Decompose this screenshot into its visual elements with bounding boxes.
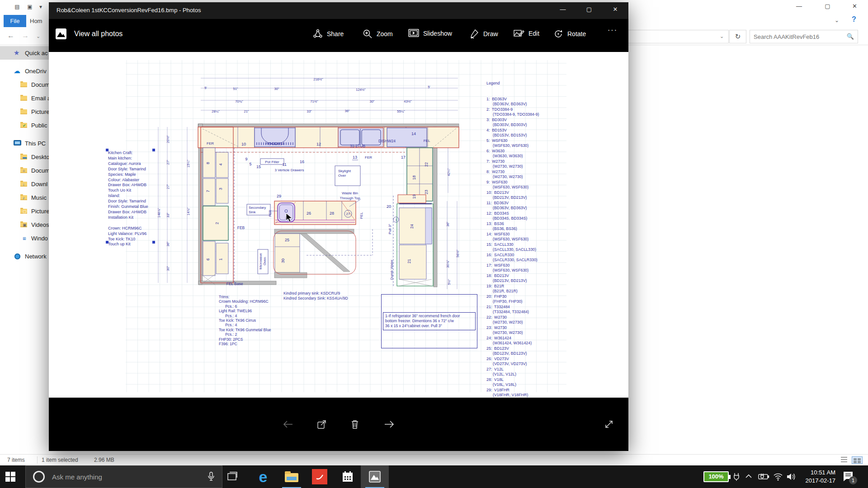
svg-text:42¼": 42¼" [447,168,451,176]
tab-file[interactable]: File [4,15,26,27]
volume-icon[interactable] [786,472,796,481]
svg-text:16: 16 [300,160,304,164]
slideshow-button[interactable]: Slideshow [408,29,452,38]
edge-browser-button[interactable]: e [249,465,277,488]
next-photo-button[interactable] [382,417,397,432]
legend-entry: 2: TDO3384-9 [486,107,539,113]
svg-text:27": 27" [166,184,170,189]
photos-toolbar: View all photos Share Zoom Slideshow Dra… [49,19,628,52]
legend-entry: 17: WSF630 [486,263,539,268]
svg-text:29: 29 [277,194,281,198]
legend-entry: 4: BD153V [486,128,539,133]
explorer-close-button[interactable]: ✕ [844,0,865,13]
forward-icon[interactable]: → [22,32,29,40]
svg-text:10: 10 [241,142,246,146]
share-label: Share [327,30,344,38]
photos-app-icon [55,28,67,40]
search-icon[interactable]: 🔍 [847,33,854,40]
svg-text:18: 18 [412,175,416,180]
svg-text:4: 4 [218,163,223,165]
help-icon[interactable]: ? [852,15,856,23]
qat-pin-icon[interactable]: ▣ [26,3,33,10]
photos-close-button[interactable]: ✕ [605,2,626,18]
svg-text:148⅞": 148⅞" [157,208,161,218]
explorer-minimize-button[interactable]: — [789,0,809,13]
sidebar-item-label: Email a [31,95,51,102]
svg-text:5½": 5½" [447,279,451,285]
delete-photo-button[interactable] [347,417,363,432]
slideshow-label: Slideshow [423,30,452,37]
down-icon: ↓ [20,180,28,188]
tab-home[interactable]: Home [30,15,42,27]
svg-text:33": 33" [307,109,311,113]
legend-entry-detail: (BD363V, BD363V) [486,206,539,211]
svg-text:27: 27 [346,212,350,216]
wifi-icon[interactable] [773,472,783,481]
photos-minimize-button[interactable]: — [552,2,573,18]
battery-percentage-badge[interactable]: 100% [703,471,729,482]
svg-text:51": 51" [233,87,238,91]
microphone-icon[interactable] [208,472,215,482]
svg-text:3 Verticle Drawers: 3 Verticle Drawers [275,168,304,172]
power-status-icon[interactable] [758,472,769,481]
videos-icon: ▣ [20,221,28,228]
fullscreen-button[interactable] [601,417,617,432]
view-all-photos-button[interactable]: View all photos [55,28,123,40]
photos-maximize-button[interactable]: ▢ [579,2,599,18]
refresh-button[interactable]: ↻ [729,30,746,43]
file-explorer-button[interactable] [278,465,306,488]
share-photo-button[interactable] [314,417,330,432]
photos-titlebar[interactable]: Rob&Coleen 1stKCConversionRevFed16.bmp -… [49,2,628,19]
plugged-in-icon[interactable] [732,472,741,481]
see-more-button[interactable]: ··· [608,26,618,34]
start-button[interactable] [5,472,15,482]
fullscreen-icon [604,419,614,429]
tray-expand-icon[interactable] [745,474,752,479]
photos-window-title: Rob&Coleen 1stKCConversionRevFed16.bmp -… [57,7,201,14]
legend-entry: 10: BD213V [486,190,539,196]
legend-entry-detail: (V12L, V12L) [486,372,539,377]
calendar-app-button[interactable] [334,465,362,488]
svg-text:Oven: Oven [263,257,267,265]
task-view-button[interactable] [218,465,246,488]
svg-text:FEL: FEL [424,139,430,143]
photo-canvas[interactable]: HOOD91431-2TUBDISHW24101214FEL13FER17Pot… [49,52,628,398]
rotate-button[interactable]: Rotate [553,29,586,39]
zoom-button[interactable]: Zoom [363,29,393,39]
svg-text:Sink: Sink [249,210,256,214]
draw-button[interactable]: Draw [469,29,498,39]
clock[interactable]: 10:51 AM 2017-02-17 [797,469,835,485]
share-button[interactable]: Share [313,29,344,39]
address-dropdown-icon[interactable]: ⌄ [720,33,724,39]
svg-text:23: 23 [424,190,429,194]
music-icon: ♪ [20,194,28,201]
action-center-button[interactable]: 1 [843,471,854,483]
svg-text:3: 3 [218,188,223,190]
legend-entry-detail: (SACLL330, SACLL330) [486,247,539,253]
svg-text:9: 9 [245,157,247,161]
red-app-button[interactable] [306,465,334,488]
edit-button[interactable]: Edit [514,29,539,38]
trims-notes: Trims:Crowm Moulding: HCRM96C Pcs.: 6Lig… [219,295,271,346]
legend-entry: 3: BD303V [486,117,539,123]
trash-icon [350,419,359,429]
svg-text:36": 36" [344,109,349,113]
ribbon-collapse-icon[interactable]: ⌄ [835,17,839,23]
refrigerator-note-box: 1-If refrigerator 36" recommend french d… [381,294,477,348]
notification-badge: 1 [849,476,857,484]
photos-app-button[interactable] [361,465,389,488]
previous-photo-button[interactable] [280,417,296,432]
thumbnail-view-button[interactable] [852,456,863,464]
cortana-search[interactable]: Ask me anything [25,465,222,488]
back-icon[interactable]: ← [7,32,14,40]
explorer-maximize-button[interactable]: ▢ [817,0,838,13]
explorer-search-input[interactable] [754,31,844,42]
svg-text:20½": 20½" [166,135,170,143]
details-view-button[interactable] [839,456,849,464]
svg-text:14: 14 [411,131,416,136]
svg-text:FER: FER [207,141,214,145]
recent-locations-icon[interactable]: ⌄ [36,33,40,39]
legend-entry-detail: (FHP30, FHP30) [486,299,539,305]
qat-customize-icon[interactable]: ▾ [37,3,44,10]
svg-text:12: 12 [316,142,321,146]
